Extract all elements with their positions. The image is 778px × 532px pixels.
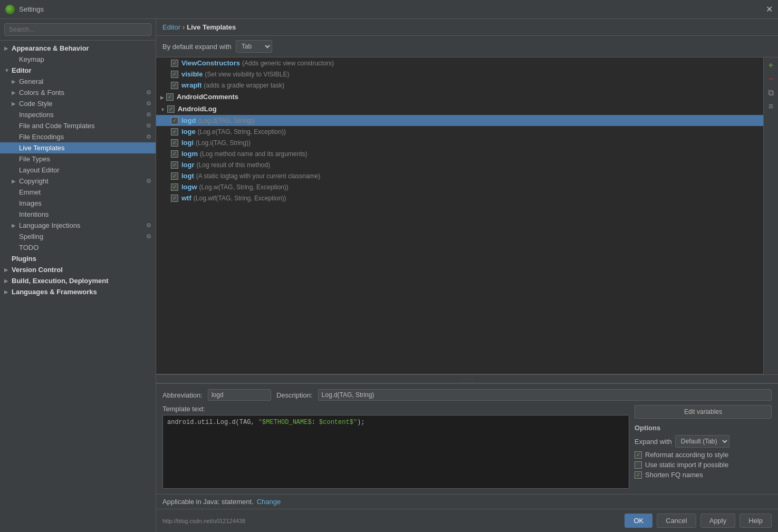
settings-window: Settings ✕ ▶ Appearance & Behavior Keyma… <box>0 0 778 532</box>
sidebar-item-label: Language Injections <box>19 221 144 229</box>
sidebar-item-code-style[interactable]: ▶ Code Style ⚙ <box>0 98 156 109</box>
item-checkbox[interactable] <box>171 60 178 67</box>
sidebar-item-colors-fonts[interactable]: ▶ Colors & Fonts ⚙ <box>0 87 156 98</box>
sidebar-item-label: TODO <box>19 244 151 252</box>
copy-button[interactable]: ⧉ <box>765 87 777 99</box>
arrow-icon: ▶ <box>12 223 19 228</box>
item-desc: (Log.w(TAG, String, Exception)) <box>199 183 289 191</box>
item-checkbox[interactable] <box>171 172 178 180</box>
description-input[interactable] <box>318 389 772 401</box>
item-checkbox[interactable] <box>171 150 178 158</box>
sidebar-item-label: Version Control <box>12 266 151 274</box>
sidebar-item-language-injections[interactable]: ▶ Language Injections ⚙ <box>0 220 156 231</box>
sidebar-item-copyright[interactable]: ▶ Copyright ⚙ <box>0 176 156 187</box>
reformat-checkbox[interactable] <box>635 451 642 459</box>
sidebar-item-images[interactable]: Images <box>0 198 156 209</box>
sidebar-item-label: Appearance & Behavior <box>12 44 151 52</box>
group-arrow-icon <box>160 93 166 101</box>
applicable-text: Applicable in Java: statement. <box>162 498 254 506</box>
detail-panel: Abbreviation: Description: Template text… <box>156 383 778 494</box>
description-label: Description: <box>276 391 313 399</box>
help-button[interactable]: Help <box>739 514 772 528</box>
list-item[interactable]: logi (Log.i(TAG, String)) <box>156 137 763 148</box>
abbreviation-label: Abbreviation: <box>162 391 203 399</box>
sidebar-item-label: Editor <box>12 66 151 74</box>
group-checkbox[interactable] <box>167 105 175 113</box>
sidebar-item-appearance[interactable]: ▶ Appearance & Behavior <box>0 43 156 54</box>
expand-with-select[interactable]: Default (Tab) Tab Enter <box>675 435 729 448</box>
sidebar-item-live-templates[interactable]: Live Templates <box>0 142 156 153</box>
badge-icon: ⚙ <box>146 111 151 118</box>
list-item[interactable]: logd (Log.d(TAG, String)) <box>156 115 763 126</box>
sidebar-item-intentions[interactable]: Intentions <box>0 209 156 220</box>
apply-button[interactable]: Apply <box>700 514 736 528</box>
item-desc: (Log.d(TAG, String)) <box>198 117 255 124</box>
sidebar-item-editor[interactable]: ▼ Editor <box>0 65 156 76</box>
list-item[interactable]: logt (A static logtag with your current … <box>156 170 763 181</box>
list-item[interactable]: logw (Log.w(TAG, String, Exception)) <box>156 181 763 192</box>
ok-button[interactable]: OK <box>625 514 652 528</box>
item-checkbox[interactable] <box>171 128 178 136</box>
item-desc: (Adds generic view constructors) <box>242 60 334 67</box>
sidebar-item-file-code-templates[interactable]: File and Code Templates ⚙ <box>0 120 156 131</box>
list-item[interactable]: logr (Log result of this method) <box>156 159 763 170</box>
sidebar: ▶ Appearance & Behavior Keymap ▼ Editor … <box>0 19 156 532</box>
list-item[interactable]: ViewConstructors (Adds generic view cons… <box>156 57 763 69</box>
static-import-checkbox[interactable] <box>635 461 642 469</box>
item-desc: (adds a gradle wrapper task) <box>204 82 284 89</box>
search-input[interactable] <box>4 23 151 36</box>
list-item[interactable]: logm (Log method name and its arguments) <box>156 148 763 159</box>
sidebar-item-keymap[interactable]: Keymap <box>0 54 156 65</box>
remove-button[interactable]: − <box>765 73 777 85</box>
sidebar-item-file-encodings[interactable]: File Encodings ⚙ <box>0 131 156 142</box>
sidebar-item-build[interactable]: ▶ Build, Execution, Deployment <box>0 275 156 286</box>
static-import-label: Use static import if possible <box>645 461 728 469</box>
abbreviation-input[interactable] <box>208 389 271 401</box>
item-checkbox[interactable] <box>171 161 178 169</box>
item-desc: (Log.wtf(TAG, String, Exception)) <box>194 195 286 202</box>
sidebar-item-spelling[interactable]: Spelling ⚙ <box>0 231 156 242</box>
edit-variables-button[interactable]: Edit variables <box>635 405 772 419</box>
sidebar-item-label: Keymap <box>19 55 151 63</box>
arrow-icon: ▶ <box>12 90 19 95</box>
item-checkbox[interactable] <box>171 139 178 147</box>
list-item[interactable]: visible (Set view visibility to VISIBLE) <box>156 69 763 80</box>
item-name: logd <box>181 117 196 124</box>
item-desc: (Log method name and its arguments) <box>200 150 307 158</box>
item-desc: (Set view visibility to VISIBLE) <box>205 71 289 78</box>
group-checkbox[interactable] <box>166 93 174 101</box>
breadcrumb-separator: › <box>183 23 185 31</box>
item-name: ViewConstructors <box>181 59 240 67</box>
sidebar-item-inspections[interactable]: Inspections ⚙ <box>0 109 156 120</box>
group-android-comments[interactable]: AndroidComments <box>156 91 763 103</box>
sidebar-item-label: Intentions <box>19 210 151 218</box>
sidebar-item-file-types[interactable]: File Types <box>0 153 156 165</box>
sidebar-item-general[interactable]: ▶ General <box>0 76 156 87</box>
sidebar-item-version-control[interactable]: ▶ Version Control <box>0 264 156 275</box>
option-row-reformat: Reformat according to style <box>635 451 772 459</box>
group-android-log[interactable]: AndroidLog <box>156 103 763 115</box>
list-item[interactable]: loge (Log.e(TAG, String, Exception)) <box>156 126 763 137</box>
badge-icon: ⚙ <box>146 89 151 96</box>
expand-select[interactable]: Tab Enter Space <box>236 40 272 53</box>
item-checkbox[interactable] <box>171 82 178 89</box>
move-button[interactable]: ≡ <box>765 101 777 112</box>
list-item[interactable]: wtf (Log.wtf(TAG, String, Exception)) <box>156 192 763 204</box>
sidebar-item-todo[interactable]: TODO <box>0 242 156 253</box>
code-editor[interactable]: android.util.Log.d(TAG, "$METHOD_NAME$: … <box>162 415 629 489</box>
applicable-change-link[interactable]: Change <box>257 498 281 506</box>
cancel-button[interactable]: Cancel <box>657 514 696 528</box>
item-checkbox[interactable] <box>171 183 178 191</box>
sidebar-item-emmet[interactable]: Emmet <box>0 187 156 198</box>
close-button[interactable]: ✕ <box>766 4 773 14</box>
sidebar-item-plugins[interactable]: Plugins <box>0 253 156 264</box>
list-item[interactable]: wrapIt (adds a gradle wrapper task) <box>156 80 763 91</box>
sidebar-item-label: Layout Editor <box>19 166 151 174</box>
item-checkbox[interactable] <box>171 117 178 124</box>
item-checkbox[interactable] <box>171 195 178 202</box>
sidebar-item-layout-editor[interactable]: Layout Editor <box>0 165 156 176</box>
add-button[interactable]: + <box>765 60 777 71</box>
sidebar-item-languages[interactable]: ▶ Languages & Frameworks <box>0 286 156 297</box>
item-checkbox[interactable] <box>171 71 178 78</box>
shorten-fq-checkbox[interactable] <box>635 471 642 479</box>
